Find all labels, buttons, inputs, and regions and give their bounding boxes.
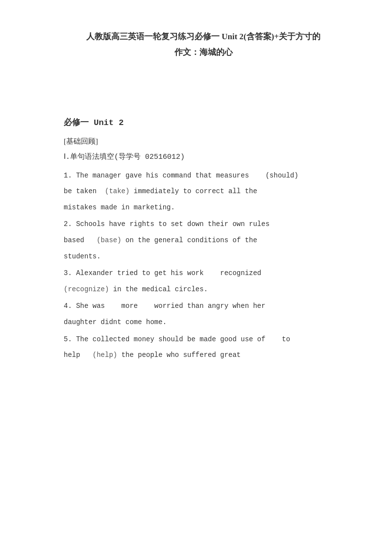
item-3-text: 3. Alexander tried to get his work recog…: [64, 269, 261, 277]
item-3-text2: (recognize) in the medical circles.: [64, 285, 208, 293]
item-4-text: 4. She was more worried than angry when …: [64, 302, 266, 310]
item-1-number: 1. The manager gave his command that mea…: [64, 172, 298, 179]
item-2-text3: students.: [64, 252, 101, 260]
item-1-text2: be taken (take) immediately to correct a…: [64, 187, 257, 195]
exercise-item-2: 2. Schools have rights to set down their…: [64, 218, 343, 263]
exercise-item-4: 4. She was more worried than angry when …: [64, 300, 343, 328]
item-4-text2: daughter didnt come home.: [64, 318, 167, 326]
exercise-item-5: 5. The collected money should be made go…: [64, 333, 343, 362]
main-title: 人教版高三英语一轮复习练习必修一 Unit 2(含答案)+关于方寸的: [64, 29, 343, 45]
section-label: [基础回顾]: [64, 137, 343, 146]
item-5-text: 5. The collected money should be made go…: [64, 335, 290, 343]
exercise-heading: Ⅰ.单句语法填空(导学号 02516012): [64, 152, 343, 161]
item-1-text3: mistakes made in marketing.: [64, 203, 175, 211]
unit-heading: 必修一 Unit 2: [64, 117, 343, 128]
item-5-text2: help (help) the people who suffered grea…: [64, 351, 241, 359]
title-section: 人教版高三英语一轮复习练习必修一 Unit 2(含答案)+关于方寸的 作文：海城…: [64, 29, 343, 58]
exercise-item-1: 1. The manager gave his command that mea…: [64, 169, 343, 214]
exercise-item-3: 3. Alexander tried to get his work recog…: [64, 267, 343, 296]
item-2-text2: based (base) on the general conditions o…: [64, 236, 257, 244]
item-1-answer: (should): [266, 172, 298, 179]
item-2-text: 2. Schools have rights to set down their…: [64, 220, 270, 228]
subtitle: 作文：海城的心: [64, 47, 343, 58]
